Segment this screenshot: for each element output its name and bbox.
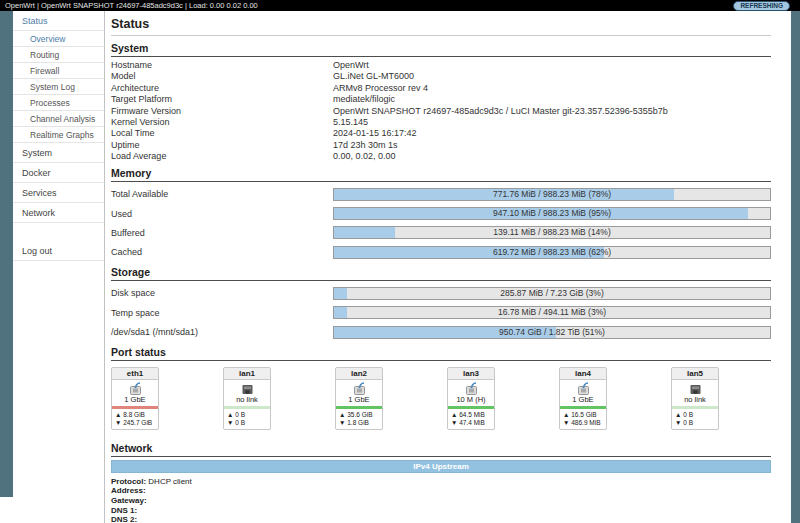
upload-arrow-icon: ▲: [339, 411, 345, 418]
upload-arrow-icon: ▲: [227, 411, 233, 418]
upload-arrow-icon: ▲: [451, 411, 457, 418]
refreshing-badge[interactable]: REFRESHING: [733, 1, 790, 11]
system-row: Firmware VersionOpenWrt SNAPSHOT r24697-…: [111, 106, 771, 117]
port-name: eth1: [112, 368, 158, 380]
section-heading-memory: Memory: [111, 163, 771, 182]
download-total: 486.9 MiB: [571, 419, 600, 426]
system-row: Local Time2024-01-15 16:17:42: [111, 128, 771, 139]
progress-text: 950.74 GiB / 1.82 TiB (51%): [334, 327, 770, 338]
port-card-lan1: lan1 no link ▲ 0 B ▼ 0 B: [223, 367, 271, 430]
row-label: Model: [111, 71, 333, 82]
sidebar-item-processes[interactable]: Processes: [13, 95, 104, 111]
row-label: Local Time: [111, 128, 333, 139]
storage-row: Disk space285.87 MiB / 7.23 GiB (3%): [111, 284, 771, 303]
right-frame-strip: [791, 11, 800, 523]
upload-total: 16.5 GiB: [571, 411, 596, 418]
progress-bar: 771.76 MiB / 988.23 MiB (78%): [333, 188, 771, 201]
sidebar-item-docker[interactable]: Docker: [13, 163, 104, 183]
port-name: lan3: [448, 368, 494, 380]
upstream-field: Address:: [111, 486, 771, 496]
progress-bar: 947.10 MiB / 988.23 MiB (95%): [333, 207, 771, 220]
download-arrow-icon: ▼: [563, 419, 569, 426]
port-card-lan2: lan2 1 GbE ▲ 35.6 GiB ▼ 1.8 GiB: [335, 367, 383, 430]
progress-text: 619.72 MiB / 988.23 MiB (62%): [334, 247, 770, 258]
upstream-field: DNS 2:: [111, 515, 771, 523]
field-label: Gateway:: [111, 496, 147, 505]
download-arrow-icon: ▼: [339, 419, 345, 426]
row-label: /dev/sda1 (/mnt/sda1): [111, 327, 333, 337]
port-name: lan2: [336, 368, 382, 380]
progress-bar: 285.87 MiB / 7.23 GiB (3%): [333, 287, 771, 300]
sidebar-nav: Status Overview Routing Firewall System …: [13, 11, 105, 523]
upstream-field: Protocol: DHCP client: [111, 477, 771, 487]
port-card-eth1: eth1 1 GbE ▲ 8.8 GiB ▼ 245.7 GiB: [111, 367, 159, 430]
progress-bar: 139.11 MiB / 988.23 MiB (14%): [333, 226, 771, 239]
section-heading-storage: Storage: [111, 262, 771, 281]
row-label: Kernel Version: [111, 117, 333, 128]
port-card-lan5: lan5 no link ▲ 0 B ▼ 0 B: [671, 367, 719, 430]
title-divider: [111, 35, 771, 36]
row-value: 0.00, 0.02, 0.00: [333, 151, 771, 162]
row-label: Uptime: [111, 140, 333, 151]
main-content: Status System HostnameOpenWrt ModelGL.iN…: [105, 11, 791, 523]
upstream-field: Gateway:: [111, 496, 771, 506]
sidebar-item-routing[interactable]: Routing: [13, 47, 104, 63]
top-status-bar: OpenWrt | OpenWrt SNAPSHOT r24697-485adc…: [0, 0, 800, 11]
memory-row: Buffered139.11 MiB / 988.23 MiB (14%): [111, 223, 771, 242]
port-name: lan5: [672, 368, 718, 380]
field-label: Address:: [111, 486, 146, 495]
row-value: ARMv8 Processor rev 4: [333, 83, 771, 94]
download-total: 1.8 GiB: [347, 419, 369, 426]
sidebar-item-realtime-graphs[interactable]: Realtime Graphs: [13, 127, 104, 143]
progress-bar: 619.72 MiB / 988.23 MiB (62%): [333, 246, 771, 259]
download-arrow-icon: ▼: [227, 419, 233, 426]
sidebar-item-network[interactable]: Network: [13, 203, 104, 223]
download-arrow-icon: ▼: [115, 419, 121, 426]
row-label: Disk space: [111, 288, 333, 298]
download-total: 47.4 MiB: [459, 419, 485, 426]
row-value: GL.iNet GL-MT6000: [333, 71, 771, 82]
row-label: Hostname: [111, 60, 333, 71]
download-total: 0 B: [235, 419, 245, 426]
system-row: ModelGL.iNet GL-MT6000: [111, 71, 771, 82]
row-value: 5.15.145: [333, 117, 771, 128]
row-label: Load Average: [111, 151, 333, 162]
port-traffic: ▲ 16.5 GiB ▼ 486.9 MiB: [560, 409, 606, 429]
port-traffic: ▲ 0 B ▼ 0 B: [672, 409, 718, 429]
sidebar-item-channel-analysis[interactable]: Channel Analysis: [13, 111, 104, 127]
download-arrow-icon: ▼: [451, 419, 457, 426]
port-card-lan4: lan4 1 GbE ▲ 16.5 GiB ▼ 486.9 MiB: [559, 367, 607, 430]
memory-row: Total Available771.76 MiB / 988.23 MiB (…: [111, 185, 771, 204]
port-speed: 1 GbE: [560, 395, 606, 406]
row-label: Cached: [111, 247, 333, 257]
download-total: 245.7 GiB: [123, 419, 152, 426]
port-traffic: ▲ 8.8 GiB ▼ 245.7 GiB: [112, 409, 158, 429]
sidebar-item-status[interactable]: Status: [13, 11, 104, 31]
upload-arrow-icon: ▲: [675, 411, 681, 418]
system-row: Uptime17d 23h 30m 1s: [111, 140, 771, 151]
storage-row: Temp space16.78 MiB / 494.11 MiB (3%): [111, 303, 771, 322]
sidebar-item-logout[interactable]: Log out: [13, 241, 104, 261]
sidebar-item-system[interactable]: System: [13, 143, 104, 163]
row-label: Buffered: [111, 228, 333, 238]
sidebar-item-firewall[interactable]: Firewall: [13, 63, 104, 79]
sidebar-item-overview[interactable]: Overview: [13, 31, 104, 47]
row-value: 2024-01-15 16:17:42: [333, 128, 771, 139]
progress-text: 947.10 MiB / 988.23 MiB (95%): [334, 208, 770, 219]
row-label: Temp space: [111, 308, 333, 318]
field-label: Protocol:: [111, 477, 146, 486]
page-title: Status: [111, 17, 771, 31]
section-heading-port-status: Port status: [111, 342, 771, 361]
top-bar-title: OpenWrt | OpenWrt SNAPSHOT r24697-485adc…: [5, 1, 258, 10]
row-value: OpenWrt SNAPSHOT r24697-485adc9d3c / LuC…: [333, 106, 771, 117]
field-label: DNS 2:: [111, 515, 137, 523]
port-traffic: ▲ 35.6 GiB ▼ 1.8 GiB: [336, 409, 382, 429]
storage-row: /dev/sda1 (/mnt/sda1)950.74 GiB / 1.82 T…: [111, 322, 771, 341]
sidebar-item-system-log[interactable]: System Log: [13, 79, 104, 95]
sidebar-item-services[interactable]: Services: [13, 183, 104, 203]
progress-text: 139.11 MiB / 988.23 MiB (14%): [334, 227, 770, 238]
system-row: ArchitectureARMv8 Processor rev 4: [111, 83, 771, 94]
row-label: Architecture: [111, 83, 333, 94]
download-total: 0 B: [683, 419, 693, 426]
row-label: Firmware Version: [111, 106, 333, 117]
